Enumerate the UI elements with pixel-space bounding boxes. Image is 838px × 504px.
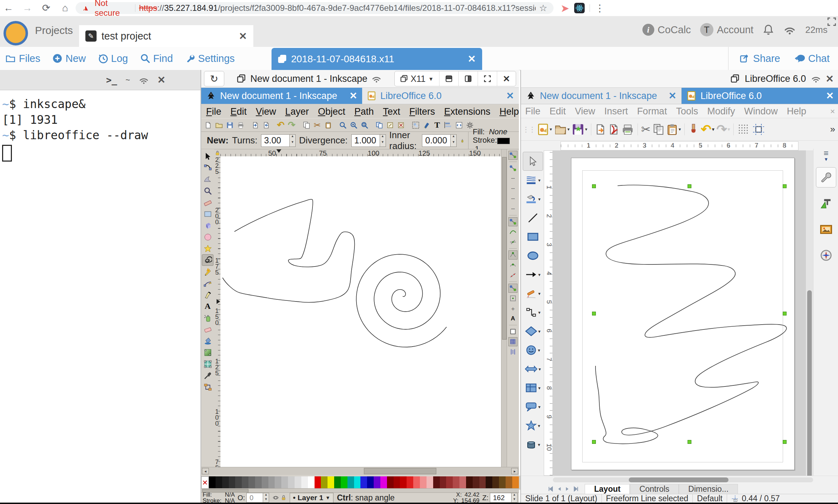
import-icon[interactable]	[251, 120, 260, 130]
scrollbar-thumb[interactable]	[364, 468, 436, 474]
projects-tab[interactable]: Projects	[35, 24, 73, 36]
snap-guides-button[interactable]	[752, 122, 765, 137]
palette-swatch[interactable]	[295, 476, 301, 489]
snap-cusp-nodes-button[interactable]	[508, 250, 517, 260]
snap-line-midpoints-button[interactable]	[508, 271, 517, 280]
snap-object-centers-button[interactable]	[508, 294, 517, 303]
share-button[interactable]: Share	[739, 53, 780, 64]
shadow-tool[interactable]: ▾	[523, 190, 543, 208]
selector-tool[interactable]	[202, 150, 213, 162]
zoom-value[interactable]: 162	[490, 493, 511, 502]
palette-swatch[interactable]	[473, 476, 479, 489]
inner-radius-steppers[interactable]: ▲▼	[450, 135, 456, 147]
inkscape-menu-item[interactable]: View	[256, 106, 276, 117]
sidebar-gallery-tab[interactable]	[816, 220, 836, 239]
previous-slide-icon[interactable]	[557, 486, 562, 492]
snap-edge-midpoints-button[interactable]: ┄	[508, 194, 517, 203]
duplicate-icon[interactable]	[374, 120, 384, 130]
paste-button[interactable]: ▾	[667, 122, 681, 137]
scrollbar-thumb[interactable]	[502, 157, 507, 340]
palette-swatch[interactable]	[288, 476, 295, 489]
selection-handle-bottom-center[interactable]	[688, 440, 691, 444]
inkscape-menu-item[interactable]: Extensions	[444, 106, 490, 117]
libreoffice-menu-item[interactable]: Edit	[550, 106, 566, 117]
scroll-left-icon[interactable]: ◂	[202, 468, 209, 474]
spray-tool[interactable]	[202, 312, 213, 324]
libreoffice-menu-item[interactable]: Format	[637, 106, 667, 117]
cocalc-logo[interactable]	[3, 21, 28, 45]
display-grid-button[interactable]	[737, 122, 750, 137]
cut-button[interactable]: ✂	[641, 122, 651, 137]
inkscape-menu-item[interactable]: Path	[354, 106, 374, 117]
text-tool[interactable]: A	[202, 300, 213, 312]
palette-swatch[interactable]	[446, 476, 453, 489]
unlink-clone-icon[interactable]	[396, 120, 406, 130]
palette-swatch[interactable]	[341, 476, 347, 489]
ruler-lock-icon[interactable]	[214, 149, 220, 156]
cut-icon[interactable]: ✂	[312, 120, 322, 130]
divergence-value[interactable]: 1.000	[352, 135, 380, 147]
files-button[interactable]: Files	[5, 53, 40, 64]
libreoffice-menu-item[interactable]: Window	[744, 106, 778, 117]
palette-swatch[interactable]	[466, 476, 473, 489]
tab-libreoffice-close-icon[interactable]: ✕	[826, 90, 834, 101]
last-slide-icon[interactable]	[573, 486, 579, 492]
gradient-tool[interactable]	[202, 347, 213, 358]
sidebar-navigator-tab[interactable]	[816, 246, 836, 265]
selection-handle-bottom-right[interactable]	[783, 440, 787, 444]
save-button[interactable]: ▾	[572, 122, 587, 137]
libreoffice-menu-item[interactable]: View	[575, 106, 595, 117]
connector-tool[interactable]	[202, 381, 213, 393]
snap-text-baseline-button[interactable]: A	[508, 314, 517, 323]
x11-refresh-button[interactable]: ↻	[204, 71, 224, 86]
zoom-spinner[interactable]: 162 ▲▼	[490, 493, 517, 503]
slide-view-tab[interactable]: Dimensio...	[679, 484, 738, 494]
snap-paths-button[interactable]	[508, 227, 517, 236]
fill-stroke-indicator[interactable]: Fill: None Stroke: 1	[468, 132, 519, 149]
layer-lock-icon[interactable]	[281, 495, 286, 501]
palette-swatch[interactable]	[512, 476, 519, 489]
not-secure-label[interactable]: Not secure	[94, 0, 132, 18]
palette-swatch[interactable]	[367, 476, 374, 489]
export-button[interactable]	[595, 122, 606, 137]
no-color-swatch[interactable]: ✕	[201, 476, 209, 489]
line-and-filling-tool[interactable]: ▾	[523, 171, 543, 190]
account-button[interactable]: T Account	[700, 23, 754, 36]
selection-handle-top-left[interactable]	[592, 184, 596, 188]
palette-swatch[interactable]	[486, 476, 492, 489]
palette-swatch[interactable]	[407, 476, 413, 489]
export-icon[interactable]	[261, 120, 271, 130]
palette-swatch[interactable]	[262, 476, 268, 489]
bezier-pen-tool[interactable]	[202, 277, 213, 289]
open-button[interactable]: ▾	[554, 122, 570, 137]
palette-swatch[interactable]	[248, 476, 255, 489]
mesh-gradient-tool[interactable]	[202, 358, 213, 370]
selection-handle-middle-left[interactable]	[592, 312, 596, 315]
back-icon[interactable]: ←	[0, 0, 17, 16]
palette-swatch[interactable]	[235, 476, 242, 489]
palette-swatch[interactable]	[242, 476, 248, 489]
callouts-tool[interactable]: ▾	[523, 397, 543, 416]
zoom-drawing-icon[interactable]	[349, 120, 358, 130]
snap-bbox-corners-button[interactable]: ┄	[508, 184, 517, 193]
inkscape-menu-item[interactable]: Edit	[231, 106, 247, 117]
canvas-vertical-scrollbar[interactable]	[501, 149, 507, 467]
libreoffice-menu-item[interactable]: Help	[787, 106, 807, 117]
tab-libreoffice[interactable]: LibreOffice 6.0 ✕	[682, 88, 838, 104]
palette-swatch[interactable]	[209, 476, 216, 489]
inkscape-canvas[interactable]	[220, 156, 501, 467]
palette-swatch[interactable]	[400, 476, 407, 489]
snap-smooth-nodes-button[interactable]	[508, 261, 517, 270]
cocalc-info-button[interactable]: i CoCalc	[642, 24, 691, 36]
palette-swatch[interactable]	[433, 476, 440, 489]
fullscreen-icon[interactable]	[827, 17, 837, 27]
palette-swatch[interactable]	[281, 476, 288, 489]
inkscape-menu-item[interactable]: Help	[499, 106, 519, 117]
measure-tool[interactable]	[202, 197, 213, 208]
rectangle-tool[interactable]	[202, 208, 213, 220]
file-tab[interactable]: 2018-11-07-084618.x11 ✕	[272, 48, 482, 70]
palette-swatch[interactable]	[216, 476, 222, 489]
new-button[interactable]: New	[52, 53, 86, 64]
tab-inkscape[interactable]: New document 1 - Inkscape ✕	[201, 88, 362, 104]
log-button[interactable]: Log	[98, 53, 128, 64]
